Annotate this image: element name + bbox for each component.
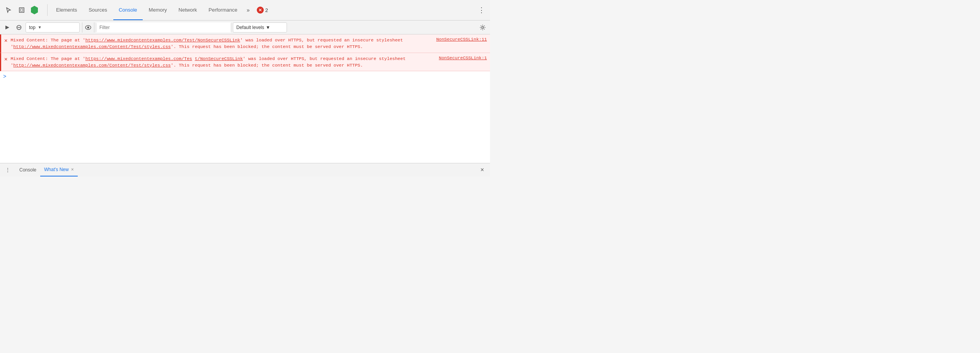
svg-rect-0 [19, 8, 24, 12]
toolbar-icons [3, 5, 39, 15]
more-options-button[interactable]: ⋮ [476, 5, 487, 15]
error-2-link1[interactable]: https://www.mixedcontentexamples.com/Tes [85, 56, 192, 61]
error-2-link1b[interactable]: t/NonSecureCSSLink [195, 56, 243, 61]
filter-wrap [96, 22, 231, 33]
clear-console-btn[interactable] [14, 22, 24, 33]
error-1-link2b[interactable]: www.mixedcontentexamples.com/Content/Tes… [32, 44, 171, 49]
more-tabs-button[interactable]: » [243, 5, 254, 15]
error-circle-icon: ✕ [257, 7, 264, 14]
bottom-tab-whats-new[interactable]: What's New × [40, 163, 78, 176]
error-1-link1[interactable]: https://www.mixedcontentexamples.com/Tes [85, 38, 192, 43]
context-value: top [29, 25, 36, 30]
error-icon-2: ✕ [4, 56, 7, 62]
svg-marker-2 [31, 6, 38, 14]
error-2-source[interactable]: NonSecureCSSLink:1 [439, 55, 487, 60]
error-1-link2[interactable]: http:// [13, 44, 32, 49]
tab-performance[interactable]: Performance [203, 0, 242, 20]
settings-btn[interactable] [478, 22, 488, 33]
execute-script-btn[interactable] [2, 22, 12, 33]
tab-network[interactable]: Network [173, 0, 203, 20]
default-levels-select[interactable]: Default levels ▼ [233, 22, 287, 33]
gear-icon [480, 24, 486, 31]
error-text-2: Mixed Content: The page at 'https://www.… [10, 55, 435, 69]
context-select[interactable]: top ▼ [26, 22, 80, 33]
svg-marker-3 [5, 26, 9, 29]
nav-tabs: Elements Sources Console Memory Network … [51, 0, 243, 20]
cursor-icon [5, 7, 12, 13]
console-error-2: ✕ Mixed Content: The page at 'https://ww… [0, 53, 490, 72]
svg-point-8 [482, 26, 484, 28]
svg-rect-1 [20, 9, 23, 11]
execute-icon [5, 25, 10, 30]
bottom-more-btn[interactable]: ⋮ [3, 165, 12, 175]
console-prompt[interactable]: > [0, 71, 490, 82]
error-2-link2[interactable]: http:// [13, 63, 32, 68]
error-1-source[interactable]: NonSecureCSSLink:11 [436, 37, 487, 42]
filter-input[interactable] [96, 22, 231, 33]
live-expressions-btn[interactable] [82, 22, 94, 33]
bottom-bar: ⋮ Console What's New × × [0, 163, 490, 176]
inspect-icon-btn[interactable] [16, 5, 27, 15]
error-text-1: Mixed Content: The page at 'https://www.… [10, 37, 432, 50]
default-levels-arrow-icon: ▼ [266, 25, 270, 30]
whats-new-close-btn[interactable]: × [71, 167, 74, 172]
inspect-icon [19, 7, 25, 13]
close-drawer-btn[interactable]: × [478, 165, 487, 175]
green-hex-icon [29, 5, 39, 15]
toolbar-divider [47, 4, 48, 16]
top-toolbar: Elements Sources Console Memory Network … [0, 0, 490, 21]
prompt-chevron-icon: > [3, 74, 6, 80]
second-toolbar: top ▼ Default levels ▼ [0, 21, 490, 34]
console-content: ✕ Mixed Content: The page at 'https://ww… [0, 34, 490, 163]
no-entry-icon [16, 25, 22, 30]
error-icon-1: ✕ [4, 37, 7, 44]
error-x-icon: ✕ [258, 8, 262, 13]
error-2-link2b[interactable]: www.mixedcontentexamples.com/Content/Tes… [32, 63, 171, 68]
tab-sources[interactable]: Sources [83, 0, 113, 20]
default-levels-label: Default levels [236, 25, 264, 30]
error-badge: ✕ 2 [257, 7, 268, 14]
tab-console[interactable]: Console [113, 0, 143, 20]
error-1-link1b[interactable]: t/NonSecureCSSLink [192, 38, 240, 43]
eye-icon [85, 25, 91, 30]
bottom-tab-console[interactable]: Console [15, 163, 40, 176]
tab-elements[interactable]: Elements [51, 0, 82, 20]
cursor-icon-btn[interactable] [3, 5, 14, 15]
whats-new-label: What's New [44, 167, 69, 172]
console-error-1: ✕ Mixed Content: The page at 'https://ww… [0, 34, 490, 53]
error-count: 2 [265, 7, 268, 13]
svg-point-7 [87, 26, 89, 28]
tab-memory[interactable]: Memory [143, 0, 172, 20]
context-arrow-icon: ▼ [38, 25, 42, 29]
